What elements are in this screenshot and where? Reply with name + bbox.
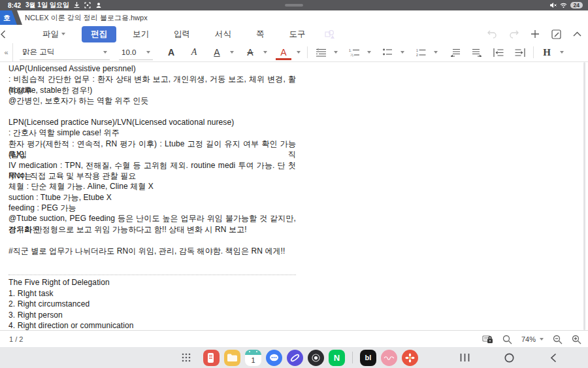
naver-label: N bbox=[334, 353, 340, 363]
shapes-icon bbox=[325, 29, 335, 39]
decrease-indent-button[interactable] bbox=[448, 44, 463, 60]
chevron-down-icon bbox=[540, 338, 544, 341]
calendar-app-icon[interactable]: 1 bbox=[245, 350, 261, 366]
styles-options-button[interactable] bbox=[557, 44, 566, 60]
samsung-notes-app-icon[interactable] bbox=[203, 350, 220, 366]
font-size-select[interactable]: 10.0 bbox=[119, 44, 153, 60]
document-page[interactable]: UAP(Unlicensed Assistive persnnel) : 비침습… bbox=[0, 62, 588, 330]
doc-line: IV medication : TPN, 전해질, 수혈 등 고위험 제외. r… bbox=[8, 160, 296, 171]
strikethrough-button[interactable]: A bbox=[242, 44, 258, 60]
font-color-button[interactable]: A bbox=[276, 44, 291, 60]
recents-button[interactable] bbox=[456, 349, 473, 366]
font-family-value: 맑은 고딕 bbox=[22, 47, 54, 57]
right-margin-button[interactable] bbox=[512, 44, 528, 60]
battery-indicator: 24 bbox=[570, 2, 583, 9]
naver-blog-app-icon[interactable]: bl bbox=[360, 350, 376, 366]
doc-line: 경우라 안정형으로 보고 위임 가능하다고 함!! 상태 변화 시 RN 보고! bbox=[8, 224, 296, 235]
doc-line: UAP(Unlicensed Assistive persnnel) bbox=[8, 63, 296, 74]
svg-text:1: 1 bbox=[416, 48, 418, 52]
menu-insert[interactable]: 입력 bbox=[165, 26, 199, 42]
zoom-in-icon[interactable] bbox=[572, 335, 581, 344]
toolbar-separator bbox=[533, 46, 534, 58]
camera-notch bbox=[285, 4, 303, 7]
chevron-down-icon bbox=[61, 33, 65, 35]
chevron-down-icon bbox=[103, 51, 107, 54]
bold-button[interactable]: A bbox=[163, 44, 179, 60]
menu-tools[interactable]: 도구 bbox=[281, 26, 314, 42]
doc-line: 환자 평가(제한적 : 연속적, RN 평가 이후) : Ltube 고정 길이… bbox=[8, 139, 296, 149]
back-nav-button[interactable] bbox=[545, 349, 562, 366]
camera-app-icon[interactable] bbox=[308, 350, 324, 366]
readonly-lock-icon[interactable] bbox=[482, 335, 493, 344]
status-footer: 1 / 2 74% bbox=[0, 330, 588, 347]
left-margin-button[interactable] bbox=[491, 44, 506, 60]
network-icon bbox=[560, 2, 567, 8]
doc-line bbox=[8, 235, 296, 245]
back-button[interactable] bbox=[0, 30, 30, 39]
numbered-list-options-button[interactable] bbox=[431, 44, 440, 60]
styles-button[interactable]: H bbox=[539, 44, 555, 60]
zoom-level-select[interactable]: 74% bbox=[521, 335, 544, 343]
doc-line: The Five Right of Delegation bbox=[8, 277, 296, 288]
paragraph-align-options-button[interactable] bbox=[331, 44, 340, 60]
add-document-icon[interactable] bbox=[531, 29, 540, 39]
toolbar-separator bbox=[307, 46, 308, 58]
toolbar-collapse-button[interactable]: « bbox=[0, 43, 13, 62]
numbered-list-button[interactable]: 12 bbox=[413, 44, 429, 60]
samsung-internet-app-icon[interactable] bbox=[287, 350, 303, 366]
document-filename: NCLEX 이론 강의 정리 블로그용.hwpx bbox=[25, 10, 148, 25]
underline-options-button[interactable] bbox=[227, 44, 237, 60]
svg-text:2: 2 bbox=[416, 53, 418, 57]
undo-icon[interactable] bbox=[487, 30, 497, 39]
menu-view[interactable]: 보기 bbox=[124, 26, 157, 42]
bullet-list-options-button[interactable] bbox=[398, 44, 407, 60]
zoom-level-value: 74% bbox=[521, 335, 536, 343]
font-color-options-button[interactable] bbox=[294, 44, 303, 60]
doc-line: 체혈 : 단순 체혈 가능. Aline, Cline 체혈 X bbox=[8, 181, 296, 192]
app-drawer-icon[interactable] bbox=[178, 349, 195, 366]
outline-numbering-button[interactable]: 1.가. bbox=[346, 44, 362, 60]
menu-bar: 파일 편집 보기 입력 서식 쪽 도구 bbox=[0, 25, 588, 43]
pink-app-icon[interactable] bbox=[381, 350, 397, 366]
status-date: 3월 1일 일요일 bbox=[25, 1, 69, 10]
mute-icon bbox=[549, 2, 557, 8]
taskbar-divider bbox=[352, 352, 353, 363]
doc-line: feeding : PEG 가능 bbox=[8, 203, 296, 213]
increase-indent-button[interactable] bbox=[469, 44, 485, 60]
menu-page[interactable]: 쪽 bbox=[248, 26, 273, 42]
dotted-divider bbox=[8, 267, 296, 275]
underline-button[interactable]: A bbox=[209, 44, 225, 60]
flower-app-icon[interactable] bbox=[402, 350, 418, 366]
zoom-out-icon[interactable] bbox=[553, 335, 563, 344]
naver-app-icon[interactable]: N bbox=[329, 350, 345, 366]
document-text: UAP(Unlicensed Assistive persnnel) : 비침습… bbox=[8, 63, 296, 331]
italic-button[interactable]: A bbox=[186, 44, 202, 60]
bullet-list-button[interactable] bbox=[380, 44, 395, 60]
search-icon[interactable] bbox=[502, 335, 512, 344]
paragraph-align-button[interactable] bbox=[313, 44, 329, 60]
doc-line: LPN(Licensed practice Nurse)/LVN(License… bbox=[8, 117, 296, 127]
compose-icon[interactable] bbox=[551, 29, 561, 39]
android-taskbar: 1 N bl bbox=[0, 347, 588, 368]
svg-text:가.: 가. bbox=[350, 52, 354, 56]
outline-numbering-options-button[interactable] bbox=[365, 44, 374, 60]
collapse-toolbar-icon[interactable] bbox=[573, 31, 581, 37]
strikethrough-options-button[interactable] bbox=[261, 44, 270, 60]
page-indicator: 1 / 2 bbox=[9, 335, 23, 343]
font-family-select[interactable]: 맑은 고딕 bbox=[20, 44, 110, 60]
svg-text:1.: 1. bbox=[349, 48, 351, 52]
doc-line: #직군 별로 업무가 나뉘더라도 RN이 위임, 관리, 감독 해야함. 책임은… bbox=[8, 246, 296, 256]
doc-line: RN이 직접 교육 및 부작용 관찰 필요 bbox=[8, 171, 296, 181]
redo-icon[interactable] bbox=[509, 30, 519, 39]
vertical-scrollbar[interactable] bbox=[583, 62, 585, 330]
android-status-bar: 8:42 3월 1일 일요일 24 bbox=[0, 0, 588, 10]
menu-edit[interactable]: 편집 bbox=[82, 26, 116, 42]
my-files-app-icon[interactable] bbox=[224, 350, 240, 366]
messages-app-icon[interactable] bbox=[266, 350, 282, 366]
doc-line: 1. RIght task bbox=[8, 288, 296, 299]
home-button[interactable] bbox=[500, 349, 517, 366]
menu-format[interactable]: 서식 bbox=[206, 26, 240, 42]
doc-line bbox=[8, 256, 296, 267]
menu-file[interactable]: 파일 bbox=[34, 26, 74, 42]
profile-icon bbox=[95, 2, 102, 8]
